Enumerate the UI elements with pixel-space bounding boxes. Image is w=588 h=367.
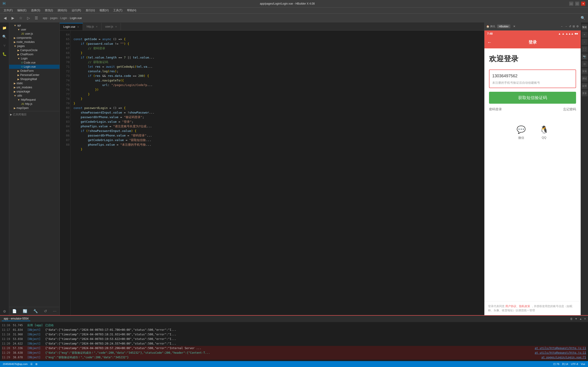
fullscreen-btn[interactable]: ⛶ (582, 46, 588, 52)
tree-item-campus[interactable]: ▶ CampusCircle (9, 48, 60, 52)
plugin-icon[interactable]: 🔧 (33, 309, 38, 313)
menu-item-R[interactable]: 运行(R) (70, 8, 83, 13)
tree-item-code-vue[interactable]: V Code.vue (9, 60, 60, 65)
console-link-8[interactable]: at pages/Login/Login.vue:71 (541, 355, 586, 359)
cyclist-icon[interactable]: 🔄 (23, 309, 27, 313)
nav-forward-icon[interactable]: → (565, 25, 568, 28)
close-button[interactable]: ✕ (581, 2, 585, 6)
status-layout-icon[interactable]: ☰ (30, 363, 33, 366)
install-btn[interactable]: 安装 (582, 68, 588, 74)
tree-item-orderform[interactable]: ▶ OrderForm (9, 69, 60, 73)
breadcrumb-app[interactable]: app (43, 17, 47, 20)
tree-item-user-js[interactable]: JS user.js (9, 32, 60, 36)
status-columns-icon[interactable]: ⊞ (35, 363, 37, 366)
tree-item-login-vue[interactable]: V Login.vue (9, 65, 60, 69)
tab-http-js[interactable]: http.js ✕ (83, 23, 102, 30)
zoom-in-btn[interactable]: + (582, 32, 588, 38)
tree-item-uni-modules[interactable]: ▶ uni_modules (9, 85, 60, 90)
tree-item-user-folder[interactable]: ▼ user (9, 27, 60, 32)
console-clear-btn[interactable]: 🗑 (570, 317, 573, 320)
tree-item-unpackage[interactable]: ▶ unpackage (9, 90, 60, 94)
tree-item-components[interactable]: ▶ components (9, 36, 60, 40)
tree-item-node-modules[interactable]: ▶ node_modules (9, 40, 60, 44)
phone-toolbar-close[interactable]: ✕ (513, 25, 515, 28)
tree-label-login-vue: Login.vue (24, 65, 36, 68)
tree-item-mapopen[interactable]: ▶ mapOpen (9, 106, 60, 110)
tab-user-js[interactable]: user.js ✕ (102, 23, 121, 30)
tree-item-static[interactable]: ▶ static (9, 81, 60, 85)
tree-item-login-folder[interactable]: ▼ Login (9, 56, 60, 60)
menu-item-H[interactable]: 帮助(H) (125, 8, 138, 13)
file-icon[interactable]: 📄 (12, 309, 17, 313)
nav-back-icon[interactable]: ← (561, 25, 563, 28)
refresh-icon[interactable]: ↺ (569, 25, 571, 28)
console-close-btn[interactable]: ✕ (584, 317, 586, 320)
screenshot-btn[interactable]: 📷 (582, 54, 588, 60)
more-icon[interactable]: ⋯ (53, 309, 57, 313)
explorer-icon[interactable]: 📁 (1, 24, 8, 32)
wechat-icon: 💬 (517, 125, 526, 134)
tab-user-js-close[interactable]: ✕ (115, 25, 117, 28)
debug-btn[interactable]: 调试 (582, 76, 588, 82)
phone-links: 密码登录 忘记密码 (489, 107, 576, 111)
closed-projects-label[interactable]: ▶ 已关闭项目 (9, 112, 60, 117)
menu-item-E[interactable]: 编辑(E) (15, 8, 28, 13)
bookmark-button[interactable]: ☆ (17, 15, 24, 21)
refresh-icon[interactable]: ↺ (44, 309, 47, 313)
git-icon[interactable]: ⑂ (1, 42, 8, 49)
zoom-out-btn[interactable]: - (582, 39, 588, 45)
tree-item-api[interactable]: ▼ api (9, 23, 60, 27)
user-agreement-link[interactable]: 用户协议、隐私政策 (505, 305, 530, 308)
preview-btn[interactable]: 预览 (582, 24, 588, 30)
console-up-btn[interactable]: ▲ (579, 317, 582, 320)
forward-button[interactable]: ▶ (10, 15, 16, 21)
tree-item-httprequest[interactable]: ▼ httpRequest (9, 98, 60, 102)
qq-login[interactable]: 🐧 QQ (540, 125, 549, 140)
menu-item-G[interactable]: 跳转(G) (56, 8, 69, 13)
tree-item-pages[interactable]: ▼ pages (9, 44, 60, 48)
tree-item-chatroom[interactable]: ▶ ChatRoom (9, 52, 60, 56)
menu-item-V[interactable]: 视图(V) (98, 8, 111, 13)
tab-login-vue[interactable]: Login.vue ✕ (60, 23, 83, 30)
tree-item-shopping[interactable]: ▶ ShoppingMall (9, 77, 60, 81)
menu-item-T[interactable]: 工具(T) (111, 8, 124, 13)
console-scroll-btn[interactable]: ▼ (575, 317, 578, 320)
menu-item-S[interactable]: 选择(S) (29, 8, 42, 13)
more-btn[interactable]: 更多 (582, 90, 588, 96)
breadcrumb-login-folder[interactable]: Login (61, 17, 67, 20)
console-link-7[interactable]: at utils/httpRequest/http.js:11 (535, 351, 586, 355)
phone-back-button[interactable]: ← (487, 40, 492, 45)
console-tab[interactable]: app - emulator-5554 (2, 317, 30, 321)
tree-item-utils[interactable]: ▼ utils (9, 94, 60, 98)
forgot-password-link[interactable]: 忘记密码 (563, 107, 576, 111)
tab-http-js-close[interactable]: ✕ (96, 25, 98, 28)
back-button[interactable]: ◀ (2, 15, 8, 21)
phone-toolbar-hbuilder-tab[interactable]: HBuilder (497, 25, 510, 28)
phone-number-input[interactable] (492, 73, 573, 79)
run-button[interactable]: ▷ (25, 15, 32, 21)
home-icon[interactable]: ⊞ (573, 25, 575, 28)
maximize-button[interactable]: □ (575, 2, 579, 6)
nav-button[interactable]: ☰ (33, 15, 40, 21)
menu-item-F[interactable]: 文件(F) (2, 8, 15, 13)
password-login-link[interactable]: 密码登录 (489, 107, 502, 111)
get-code-button[interactable]: 获取短信验证码 (489, 92, 576, 104)
search-icon[interactable]: 🔍 (1, 33, 8, 40)
breadcrumb-pages[interactable]: pages (50, 17, 58, 20)
tree-item-personal[interactable]: ▶ PersonalCenter (9, 73, 60, 77)
menu-item-I[interactable]: 查找(I) (43, 8, 55, 13)
console-link-6[interactable]: at utils/httpRequest/http.js:11 (535, 346, 586, 350)
tab-login-vue-close[interactable]: ✕ (77, 26, 79, 28)
settings-btn[interactable]: 设置 (582, 83, 588, 89)
code-content[interactable]: const getCode = async () => { if (passwo… (71, 31, 484, 315)
tree-item-http-js[interactable]: JS http.js (9, 102, 60, 106)
settings-phone-icon[interactable]: ⚙ (576, 25, 579, 28)
toggle-btn[interactable]: ⊙ (582, 61, 588, 67)
settings-icon[interactable]: ⚙ (1, 308, 8, 315)
debug-icon[interactable]: 🐛 (1, 50, 8, 58)
breadcrumb-login-vue[interactable]: Login.vue (70, 17, 82, 20)
minimize-button[interactable]: — (569, 2, 573, 6)
menu-item-U[interactable]: 发行(U) (84, 8, 97, 13)
wechat-login[interactable]: 💬 微信 (517, 125, 526, 140)
search-button[interactable]: 🔍 (580, 15, 586, 21)
